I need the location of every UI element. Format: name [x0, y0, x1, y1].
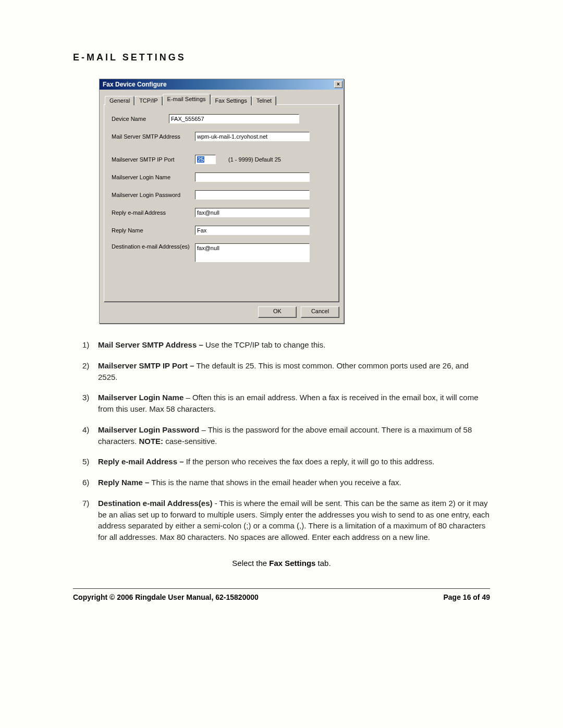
label-smtp-port: Mailserver SMTP IP Port	[112, 156, 195, 163]
footer-divider	[73, 588, 490, 589]
input-login-password[interactable]	[195, 190, 310, 200]
footer-copyright: Copyright © 2006 Ringdale User Manual, 6…	[73, 593, 259, 601]
tab-fax-settings[interactable]: Fax Settings	[211, 96, 252, 105]
tab-telnet[interactable]: Telnet	[252, 96, 276, 105]
close-icon: ×	[337, 81, 340, 87]
input-destination-address[interactable]: fax@null	[195, 243, 310, 262]
input-smtp-port[interactable]: 25	[195, 155, 216, 164]
label-login-password: Mailserver Login Password	[112, 192, 195, 198]
label-reply-address: Reply e-mail Address	[112, 209, 195, 216]
hint-smtp-port: (1 - 9999) Default 25	[228, 156, 281, 163]
list-item: 3) Mailserver Login Name – Often this is…	[82, 392, 490, 415]
input-reply-name[interactable]: Fax	[195, 226, 310, 235]
tab-panel: Device Name FAX_555657 Mail Server SMTP …	[104, 104, 339, 302]
list-item: 5) Reply e-mail Address – If the person …	[82, 456, 490, 467]
tab-tcpip[interactable]: TCP/IP	[134, 96, 162, 105]
select-tab-instruction: Select the Fax Settings tab.	[73, 559, 490, 567]
list-item: 1) Mail Server SMTP Address – Use the TC…	[82, 339, 490, 351]
input-device-name[interactable]: FAX_555657	[169, 114, 299, 124]
list-item: 2) Mailserver SMTP IP Port – The default…	[82, 360, 490, 383]
input-reply-address[interactable]: fax@null	[195, 208, 310, 217]
label-smtp-address: Mail Server SMTP Address	[112, 133, 195, 140]
description-list: 1) Mail Server SMTP Address – Use the TC…	[82, 339, 490, 543]
cancel-button[interactable]: Cancel	[301, 306, 339, 318]
tabstrip: General TCP/IP E-mail Settings Fax Setti…	[104, 94, 339, 105]
footer-page-number: Page 16 of 49	[444, 593, 491, 601]
list-item: 7) Destination e-mail Address(es) - This…	[82, 498, 490, 543]
window-title: Fax Device Configure	[103, 81, 167, 88]
label-reply-name: Reply Name	[112, 227, 195, 233]
titlebar: Fax Device Configure ×	[100, 79, 344, 90]
tab-email-settings[interactable]: E-mail Settings	[163, 94, 211, 105]
close-button[interactable]: ×	[334, 81, 342, 88]
label-destination-address: Destination e-mail Address(es)	[112, 243, 195, 250]
input-login-name[interactable]	[195, 172, 310, 182]
list-item: 4) Mailserver Login Password – This is t…	[82, 424, 490, 447]
dialog-window: Fax Device Configure × General TCP/IP E-…	[99, 79, 344, 324]
page-footer: Copyright © 2006 Ringdale User Manual, 6…	[73, 593, 490, 601]
tab-general[interactable]: General	[105, 96, 134, 105]
ok-button[interactable]: OK	[258, 306, 297, 318]
section-heading: E-MAIL SETTINGS	[73, 52, 490, 63]
label-device-name: Device Name	[112, 116, 169, 122]
input-smtp-address[interactable]: wpm-uk-mail-1.cryohost.net	[195, 132, 310, 141]
list-item: 6) Reply Name – This is the name that sh…	[82, 477, 490, 488]
label-login-name: Mailserver Login Name	[112, 174, 195, 180]
